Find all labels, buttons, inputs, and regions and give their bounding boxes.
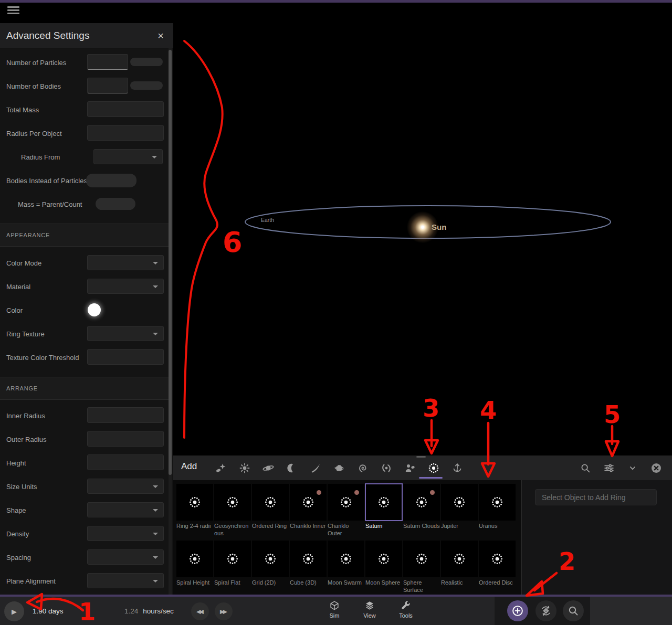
size-units-dropdown[interactable]: [87, 479, 164, 494]
inner-radius-input[interactable]: [87, 407, 164, 423]
field-label: Number of Particles: [6, 58, 66, 66]
close-icon[interactable]: ×: [154, 29, 167, 42]
texture-color-threshold-input[interactable]: [87, 349, 164, 365]
field-label: Inner Radius: [6, 411, 45, 419]
human-objects-icon[interactable]: [398, 455, 422, 480]
comet-icon[interactable]: [303, 455, 327, 480]
add-object-button[interactable]: [507, 600, 528, 621]
radius-from-dropdown[interactable]: [93, 149, 163, 164]
preset-tile[interactable]: Ordered Ring: [252, 484, 289, 537]
panel-title: Advanced Settings: [6, 23, 89, 48]
preset-tile[interactable]: Ring 2-4 radii: [176, 484, 213, 537]
radius-per-object-input[interactable]: [87, 125, 164, 141]
total-mass-input[interactable]: [87, 101, 164, 117]
preset-tile[interactable]: Geosynchronous: [214, 484, 251, 537]
preset-tile[interactable]: Spiral Height: [176, 541, 213, 594]
planet-icon[interactable]: [256, 455, 280, 480]
preset-tile[interactable]: Chariklo Outer: [328, 484, 364, 537]
number-of-bodies-input[interactable]: [87, 78, 128, 93]
close-circle-icon[interactable]: [644, 455, 668, 480]
preset-tile[interactable]: Moon Swarm: [328, 541, 364, 594]
number-of-particles-input[interactable]: [87, 54, 128, 70]
field-row: Mass = Parent/Count: [0, 192, 169, 216]
slow-down-button[interactable]: ◀◀: [191, 602, 209, 620]
field-row: Inner Radius: [0, 404, 169, 427]
field-row: Total Mass: [0, 98, 169, 121]
preset-tile[interactable]: Cube (3D): [290, 541, 327, 594]
field-label: Color: [6, 306, 23, 314]
add-toolbar: Add: [173, 455, 672, 480]
redaction-blob: [130, 58, 163, 66]
preset-tile[interactable]: Saturn Clouds: [403, 484, 440, 537]
move-rotate-button[interactable]: [536, 600, 556, 621]
preset-tile[interactable]: Sphere Surface: [403, 541, 440, 594]
field-row: Spacing: [0, 545, 169, 569]
preset-tile[interactable]: Chariklo Inner: [290, 484, 327, 537]
preset-tile[interactable]: Spiral Flat: [214, 541, 251, 594]
preset-tile[interactable]: Ordered Disc: [479, 541, 516, 594]
galaxy-icon[interactable]: [374, 455, 398, 480]
plus-circle-icon: [511, 604, 524, 618]
spiral-galaxy-icon[interactable]: [351, 455, 374, 480]
field-row: Color Mode: [0, 251, 169, 274]
preset-tile[interactable]: Moon Sphere: [365, 541, 402, 594]
move-rotate-icon: [539, 604, 553, 618]
toolbar-right-actions: [573, 455, 668, 480]
panel-scrollbar-thumb[interactable]: [169, 50, 172, 475]
shape-dropdown[interactable]: [87, 502, 164, 517]
redaction-blob: [130, 81, 163, 90]
wrench-icon: [400, 600, 412, 611]
preset-tile[interactable]: Realistic: [441, 541, 478, 594]
moon-icon[interactable]: [280, 455, 303, 480]
field-label: Bodies Instead of Particles: [6, 176, 87, 184]
star-icon[interactable]: [233, 455, 256, 480]
sim-rate[interactable]: 1.24 hours/sec: [124, 597, 174, 625]
panel-scrollbar[interactable]: [169, 48, 172, 595]
filters-icon[interactable]: [597, 455, 621, 480]
preset-tile[interactable]: Uranus: [479, 484, 516, 537]
random-body-icon[interactable]: [209, 455, 233, 480]
search-icon[interactable]: [573, 455, 597, 480]
ring-preset-grid: Ring 2-4 radii Geosynchronous Ordered Ri…: [173, 480, 521, 595]
view-menu-button[interactable]: View: [354, 600, 385, 619]
preset-badge: [430, 490, 435, 495]
density-dropdown[interactable]: [87, 526, 164, 541]
zoom-search-button[interactable]: [563, 600, 584, 621]
color-swatch[interactable]: [88, 303, 101, 316]
launch-icon[interactable]: [445, 455, 469, 480]
preset-tile[interactable]: Grid (2D): [252, 541, 289, 594]
plane-alignment-dropdown[interactable]: [87, 573, 164, 588]
cube-icon: [329, 600, 340, 611]
sim-rate-value[interactable]: 1.24: [124, 607, 138, 615]
field-row: Material: [0, 274, 169, 298]
speed-up-button[interactable]: ▶▶: [215, 602, 233, 620]
ring-texture-dropdown[interactable]: [87, 326, 164, 341]
ring-icon[interactable]: [422, 455, 445, 480]
play-button[interactable]: ▶: [4, 601, 24, 621]
preset-tile[interactable]: Jupiter: [441, 484, 478, 537]
material-dropdown[interactable]: [87, 279, 164, 294]
teapot-icon[interactable]: [327, 455, 351, 480]
height-input[interactable]: [87, 454, 164, 470]
field-label: Radius Per Object: [6, 129, 62, 137]
field-label: Plane Alignment: [6, 577, 56, 585]
redaction-blob: [86, 174, 136, 187]
outer-radius-input[interactable]: [87, 431, 164, 447]
hamburger-menu-icon[interactable]: [7, 6, 19, 15]
field-row: Size Units: [0, 474, 169, 498]
field-label: Color Mode: [6, 259, 41, 267]
field-label: Number of Bodies: [6, 82, 61, 90]
field-row: Outer Radius: [0, 427, 169, 451]
elapsed-time[interactable]: 1.90 days: [33, 597, 64, 625]
chevron-down-icon[interactable]: [621, 455, 644, 480]
field-label: Height: [6, 459, 26, 467]
select-object-input[interactable]: [535, 489, 657, 505]
preset-tile-selected[interactable]: Saturn: [365, 484, 402, 537]
add-category-icons: [209, 455, 469, 480]
color-mode-dropdown[interactable]: [87, 255, 164, 270]
tools-menu-button[interactable]: Tools: [390, 600, 422, 619]
preset-badge: [354, 490, 359, 495]
field-row: Color: [0, 298, 169, 322]
sim-menu-button[interactable]: Sim: [319, 600, 350, 619]
spacing-dropdown[interactable]: [87, 549, 164, 565]
